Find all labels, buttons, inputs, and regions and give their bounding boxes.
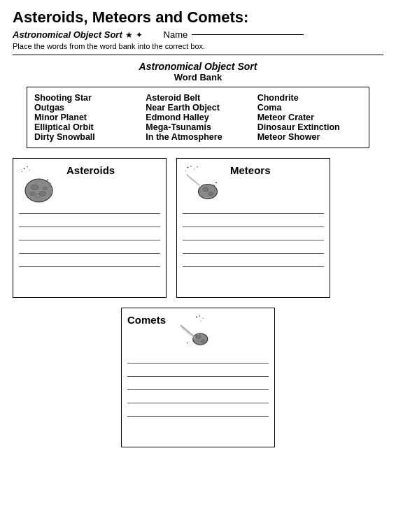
- svg-point-30: [196, 336, 200, 339]
- main-title: Asteroids, Meteors and Comets:: [13, 8, 383, 27]
- sort-line: [127, 376, 269, 377]
- svg-point-13: [190, 166, 192, 167]
- comets-title: Comets: [127, 314, 166, 326]
- word-bank-item: Edmond Halley: [146, 113, 250, 122]
- meteors-image-area: Meteors: [183, 164, 324, 206]
- comets-box: Comets: [121, 308, 275, 447]
- svg-line-33: [182, 328, 195, 338]
- star-symbols: ★ ✦: [125, 30, 142, 40]
- word-bank-item: Shooting Star: [34, 93, 139, 103]
- svg-point-18: [203, 187, 208, 192]
- sort-line: [19, 240, 160, 240]
- sort-line: [127, 363, 269, 364]
- word-bank-item: Near Earth Object: [146, 103, 250, 113]
- asteroid-icon: [19, 164, 61, 206]
- word-bank-item: In the Atmosphere: [146, 132, 250, 142]
- word-bank-item: Meteor Shower: [257, 132, 362, 142]
- svg-point-1: [27, 166, 28, 168]
- asteroids-title: Asteroids: [66, 164, 115, 176]
- word-bank-col3: Chondrite Coma Meteor Crater Dinosaur Ex…: [257, 93, 362, 142]
- sort-line: [19, 227, 160, 227]
- word-bank-item: Outgas: [34, 103, 139, 113]
- sort-boxes-row: Asteroids: [13, 158, 383, 298]
- svg-line-34: [183, 330, 195, 340]
- word-bank-col2: Asteroid Belt Near Earth Object Edmond H…: [146, 93, 250, 142]
- svg-line-32: [181, 326, 194, 336]
- svg-point-15: [194, 168, 195, 169]
- svg-point-9: [30, 192, 36, 195]
- svg-point-3: [29, 170, 29, 171]
- asteroids-box: Asteroids: [13, 158, 167, 298]
- word-bank-item: Dinosaur Extinction: [257, 122, 362, 132]
- comet-icon: [171, 314, 213, 356]
- word-bank-item: Mega-Tsunamis: [146, 122, 250, 132]
- svg-point-7: [35, 194, 41, 197]
- svg-point-31: [201, 340, 204, 343]
- word-bank-item: Dirty Snowball: [34, 132, 139, 142]
- svg-line-21: [189, 177, 200, 185]
- comets-image-area: Comets: [127, 314, 269, 356]
- word-bank-section: Astronomical Object Sort Word Bank Shoot…: [13, 61, 383, 148]
- meteors-title: Meteors: [230, 164, 271, 176]
- word-bank-grid: Shooting Star Outgas Minor Planet Ellipt…: [34, 93, 362, 142]
- comets-row: Comets: [13, 308, 383, 447]
- svg-point-16: [197, 166, 197, 167]
- svg-point-35: [187, 343, 188, 344]
- sort-line: [19, 213, 160, 214]
- svg-point-28: [200, 321, 201, 322]
- svg-point-0: [24, 168, 25, 169]
- word-bank-box: Shooting Star Outgas Minor Planet Ellipt…: [27, 87, 369, 148]
- svg-point-17: [199, 185, 218, 199]
- sort-line: [127, 389, 269, 390]
- svg-point-26: [199, 315, 201, 317]
- sort-line: [127, 403, 269, 403]
- svg-point-19: [208, 192, 213, 195]
- sort-line: [19, 253, 160, 254]
- word-bank-item: Minor Planet: [34, 113, 139, 122]
- subtitle: Astronomical Object Sort: [13, 29, 122, 40]
- svg-line-22: [190, 179, 201, 187]
- name-underline: [192, 34, 304, 35]
- svg-point-12: [188, 167, 189, 168]
- word-bank-section-title: Astronomical Object Sort: [13, 61, 383, 72]
- svg-point-25: [196, 317, 197, 318]
- svg-point-2: [22, 171, 22, 172]
- word-bank-item: Asteroid Belt: [146, 93, 250, 103]
- word-bank-section-subtitle: Word Bank: [13, 72, 383, 82]
- svg-point-8: [43, 187, 48, 190]
- sort-line: [19, 266, 160, 267]
- sort-line: [183, 253, 324, 254]
- svg-point-14: [185, 170, 186, 171]
- word-bank-item: Coma: [257, 103, 362, 113]
- sort-line: [183, 240, 324, 240]
- svg-point-29: [193, 333, 208, 345]
- word-bank-item: Chondrite: [257, 93, 362, 103]
- name-label: Name: [164, 29, 188, 40]
- meteors-box: Meteors: [176, 158, 330, 298]
- divider: [13, 55, 383, 55]
- sort-line: [183, 227, 324, 227]
- asteroids-lines: [19, 213, 160, 267]
- svg-point-11: [50, 182, 50, 183]
- svg-point-10: [47, 180, 48, 181]
- sort-line: [183, 213, 324, 214]
- comets-lines: [127, 363, 269, 417]
- svg-point-24: [215, 182, 217, 183]
- svg-point-4: [25, 179, 52, 202]
- instructions: Place the words from the word bank into …: [13, 42, 383, 50]
- svg-point-27: [202, 317, 203, 318]
- svg-point-23: [213, 185, 215, 186]
- word-bank-item: Elliptical Orbit: [34, 122, 139, 132]
- svg-point-5: [31, 185, 38, 190]
- meteor-icon: [183, 164, 225, 206]
- word-bank-col1: Shooting Star Outgas Minor Planet Ellipt…: [34, 93, 139, 142]
- asteroids-image-area: Asteroids: [19, 164, 160, 206]
- sort-line: [183, 266, 324, 267]
- meteors-lines: [183, 213, 324, 267]
- sort-line: [127, 416, 269, 417]
- word-bank-item: Meteor Crater: [257, 113, 362, 122]
